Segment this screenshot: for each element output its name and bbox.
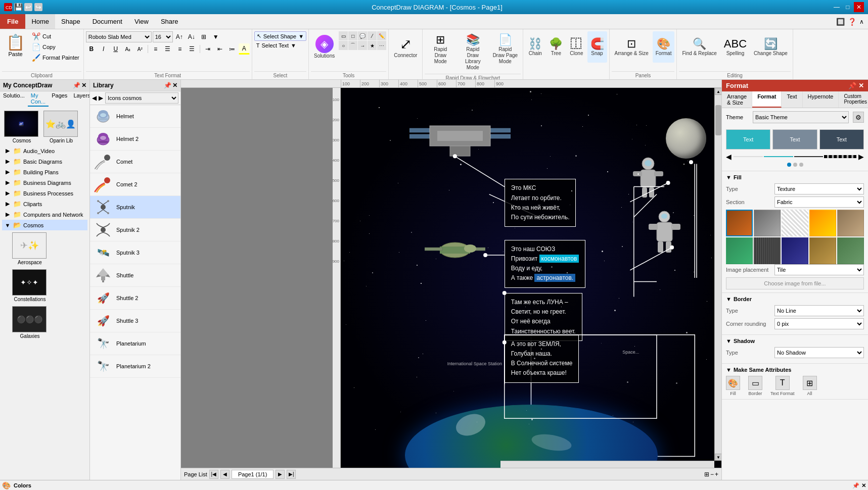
- indent-decrease-button[interactable]: ⇤: [214, 43, 225, 55]
- help-question[interactable]: ❓: [848, 18, 856, 26]
- make-same-border[interactable]: ▭ Border: [748, 376, 762, 396]
- connector-button[interactable]: ⤢ Connector: [391, 31, 420, 63]
- italic-button[interactable]: I: [98, 43, 109, 55]
- oparin-item[interactable]: ⭐🚲👤 Oparin Lib: [43, 111, 79, 143]
- align-left-button[interactable]: ≡: [150, 43, 161, 55]
- textbox-moon[interactable]: Там же есть ЛУНА – Светит, но не греет. …: [505, 293, 582, 341]
- textbox-soyuz[interactable]: Это наш СОЮЗ Привозит космонавтов Воду и…: [505, 240, 586, 288]
- tool-circle[interactable]: ○: [339, 41, 348, 50]
- fill-header[interactable]: ▼ Fill: [726, 174, 864, 180]
- shadow-header[interactable]: ▼ Shadow: [726, 338, 864, 344]
- library-pin[interactable]: 📌: [164, 82, 171, 89]
- theme-gear-button[interactable]: ⚙: [853, 112, 864, 123]
- paste-button[interactable]: 📋 Paste: [2, 31, 29, 63]
- tool-callout[interactable]: 💬: [358, 31, 367, 40]
- texture-1[interactable]: [726, 210, 753, 236]
- align-justify-button[interactable]: ☰: [187, 43, 198, 55]
- make-same-header[interactable]: ▼ Make Same Attributes: [726, 367, 864, 373]
- change-shape-button[interactable]: 🔄 Change Shape: [751, 31, 791, 63]
- find-replace-button[interactable]: 🔍 Find & Replace: [679, 31, 719, 63]
- library-category-select[interactable]: Icons cosmos: [105, 92, 178, 104]
- page-last-button[interactable]: ▶|: [287, 470, 296, 479]
- increase-font-button[interactable]: A↑: [174, 31, 185, 42]
- texture-8[interactable]: [782, 237, 808, 264]
- scroll-down-button[interactable]: ▼: [715, 454, 721, 461]
- page-tab-1[interactable]: Page1 (1/1): [232, 470, 273, 479]
- clone-button[interactable]: ⿰ Clone: [567, 31, 586, 63]
- font-family-select[interactable]: Roboto Slab Med: [86, 31, 152, 42]
- library-item-sputnik[interactable]: Sputnik: [90, 196, 180, 219]
- page-next-button[interactable]: ▶: [276, 470, 285, 479]
- library-item-sputnik3[interactable]: 🛰️ Sputnik 3: [90, 241, 180, 264]
- dot-3[interactable]: [799, 163, 803, 167]
- text-format-more[interactable]: ▼: [210, 31, 221, 42]
- superscript-button[interactable]: A²: [134, 43, 146, 55]
- solutions-tab[interactable]: Solutio...: [0, 91, 28, 107]
- make-same-text-format[interactable]: T Text Format: [770, 376, 795, 396]
- library-item-helmet2[interactable]: Helmet 2: [90, 128, 180, 151]
- help-icon[interactable]: 🔲: [836, 18, 845, 26]
- library-item-shuttle[interactable]: Shuttle: [90, 264, 180, 287]
- library-close[interactable]: ✕: [172, 82, 177, 89]
- view-menu[interactable]: View: [128, 14, 155, 29]
- rapid-draw-mode-button[interactable]: ⊞ Rapid Draw Mode: [425, 31, 456, 67]
- tool-arrow[interactable]: →: [358, 41, 367, 50]
- tool-more[interactable]: ⋯: [377, 41, 386, 50]
- texture-7[interactable]: [754, 237, 781, 264]
- format-tab[interactable]: Format: [752, 91, 782, 108]
- library-item-sputnik2[interactable]: Sputnik 2: [90, 219, 180, 241]
- corner-rounding-select[interactable]: 0 pix: [774, 318, 864, 329]
- page-prev-button[interactable]: ◀: [220, 470, 230, 479]
- page-first-button[interactable]: |◀: [209, 470, 218, 479]
- minimize-button[interactable]: —: [832, 2, 842, 12]
- tree-button[interactable]: 🌳 Tree: [546, 31, 566, 63]
- tree-business-processes[interactable]: ▶ 📁 Business Processes: [2, 188, 87, 199]
- hypernote-tab[interactable]: Hypernote: [803, 91, 839, 108]
- dot-2[interactable]: [793, 163, 797, 167]
- tool-star[interactable]: ★: [368, 41, 377, 50]
- style-preview-teal[interactable]: Text: [726, 129, 770, 150]
- textbox-earth[interactable]: А это вот ЗЕМЛЯ, Голубая наша. В Солнечн…: [505, 335, 579, 383]
- font-size-select[interactable]: 16: [153, 31, 173, 42]
- cut-button[interactable]: ✂️ Cut: [30, 31, 81, 41]
- spelling-button[interactable]: ABC Spelling: [721, 31, 750, 63]
- texture-2[interactable]: [754, 210, 781, 236]
- left-panel-close[interactable]: ✕: [81, 82, 86, 89]
- decrease-font-button[interactable]: A↓: [186, 31, 197, 42]
- bold-button[interactable]: B: [86, 43, 97, 55]
- quick-access-save[interactable]: 💾: [14, 3, 22, 11]
- border-header[interactable]: ▼ Border: [726, 296, 864, 302]
- shadow-type-select[interactable]: No Shadow: [774, 347, 864, 358]
- text-tab[interactable]: Text: [782, 91, 802, 108]
- texture-5[interactable]: [837, 210, 864, 236]
- aerospace-item[interactable]: ✈✨ Aerospace: [12, 232, 48, 265]
- page-zoom-fit[interactable]: ⊞: [704, 471, 709, 478]
- fill-section-select[interactable]: Fabric: [774, 197, 864, 208]
- dot-1[interactable]: [787, 163, 791, 167]
- home-menu[interactable]: Home: [25, 14, 55, 29]
- format-button[interactable]: 🎨 Format: [653, 31, 675, 63]
- format-panel-pin[interactable]: 📌: [848, 82, 856, 89]
- tool-rect[interactable]: ▭: [339, 31, 348, 40]
- shape-menu[interactable]: Shape: [55, 14, 86, 29]
- pages-tab[interactable]: Pages: [49, 91, 70, 107]
- library-item-comet[interactable]: Comet: [90, 151, 180, 173]
- my-con-tab[interactable]: My Con...: [28, 91, 49, 107]
- choose-image-button[interactable]: Choose image from file...: [726, 277, 864, 289]
- textbox-mks[interactable]: Это МКС Летает по орбите. Кто на ней жив…: [505, 179, 576, 227]
- nav-forward[interactable]: ▶: [99, 94, 103, 102]
- make-same-all[interactable]: ⊞ All: [803, 376, 817, 396]
- canvas-scrollbar-horizontal[interactable]: [500, 461, 714, 468]
- theme-select[interactable]: Basic Theme: [753, 111, 849, 123]
- align-center-button[interactable]: ☰: [162, 43, 173, 55]
- style-prev-button[interactable]: ◀: [726, 153, 732, 161]
- tree-cosmos[interactable]: ▼ 📂 Cosmos: [2, 220, 87, 230]
- rapid-draw-page-button[interactable]: 📄 Rapid Draw Page Mode: [489, 31, 521, 67]
- chain-button[interactable]: ⛓️ Chain: [525, 31, 545, 63]
- library-item-shuttle3[interactable]: 🚀 Shuttle 3: [90, 310, 180, 332]
- select-text-button[interactable]: T Select Text ▼: [254, 41, 306, 50]
- subscript-button[interactable]: A₂: [122, 43, 133, 55]
- custom-properties-tab[interactable]: Custom Properties: [839, 91, 868, 108]
- texture-6[interactable]: [726, 237, 753, 264]
- layers-tab[interactable]: Layers: [70, 91, 90, 107]
